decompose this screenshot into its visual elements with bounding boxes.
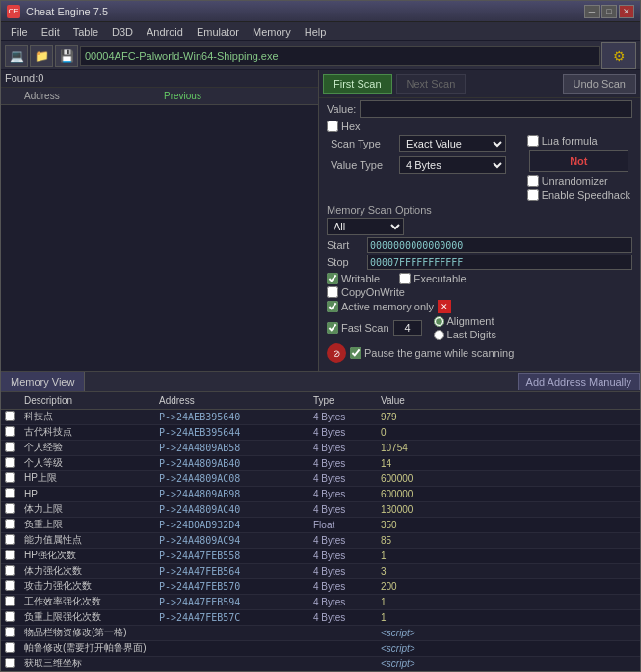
table-row[interactable]: 负重上限 P->24B0AB932D4 Float 350 [1, 518, 640, 533]
close-button[interactable]: ✕ [619, 5, 634, 18]
row-active[interactable] [3, 411, 22, 423]
table-row[interactable]: 个人经验 P->24A4809AB58 4 Bytes 10754 [1, 441, 640, 456]
value-type-select[interactable]: 4 Bytes [399, 156, 506, 174]
toolbar-save[interactable]: 💾 [55, 45, 78, 67]
fast-scan-input[interactable] [393, 320, 422, 336]
row-description: 负重上限 [22, 518, 157, 531]
last-digits-radio[interactable] [434, 330, 444, 340]
row-type: 4 Bytes [311, 489, 379, 499]
row-active[interactable] [3, 580, 22, 593]
active-memory-checkbox[interactable] [327, 301, 338, 312]
pause-checkbox[interactable] [350, 347, 361, 359]
alignment-label[interactable]: Alignment [434, 315, 496, 327]
menu-memory[interactable]: Memory [247, 25, 297, 39]
stop-label: Stop [327, 256, 365, 268]
table-row[interactable]: 获取三维坐标 <script> [1, 657, 640, 672]
row-active[interactable] [3, 426, 22, 439]
table-row[interactable]: 能力值属性点 P->24A4809AC94 4 Bytes 85 [1, 533, 640, 549]
toolbar-open-file[interactable]: 📁 [30, 45, 53, 67]
row-active[interactable] [3, 519, 22, 531]
row-value: 1 [379, 551, 456, 561]
row-active[interactable] [3, 534, 22, 547]
row-active[interactable] [3, 642, 22, 655]
row-active[interactable] [3, 488, 22, 500]
memory-view-tab[interactable]: Memory View [1, 372, 85, 391]
table-row[interactable]: HP P->24A4809AB98 4 Bytes 600000 [1, 487, 640, 502]
pause-label[interactable]: Pause the game while scanning [350, 347, 514, 359]
executable-label[interactable]: Executable [399, 273, 466, 284]
table-row[interactable]: 负重上限强化次数 P->24A47FEB57C 4 Bytes 1 [1, 610, 640, 626]
next-scan-button[interactable]: Next Scan [396, 74, 467, 94]
copy-on-write-label[interactable]: CopyOnWrite [327, 286, 405, 298]
copy-on-write-checkbox[interactable] [327, 286, 338, 298]
fast-scan-label[interactable]: Fast Scan [327, 322, 389, 334]
row-active[interactable] [3, 457, 22, 470]
speedhack-label[interactable]: Enable Speedhack [527, 189, 630, 201]
value-input[interactable] [360, 100, 632, 118]
active-memory-x-button[interactable]: ✕ [438, 300, 451, 313]
start-input[interactable] [367, 237, 632, 253]
row-active[interactable] [3, 442, 22, 454]
executable-checkbox[interactable] [399, 273, 411, 284]
stop-input[interactable] [367, 255, 632, 270]
fast-scan-checkbox[interactable] [327, 322, 338, 334]
toolbar-open-process[interactable]: 💻 [5, 45, 28, 67]
table-row[interactable]: HP强化次数 P->24A47FEB558 4 Bytes 1 [1, 549, 640, 564]
scan-type-select[interactable]: Exact Value [399, 135, 506, 152]
menu-emulator[interactable]: Emulator [191, 25, 245, 39]
speedhack-checkbox[interactable] [527, 189, 539, 201]
hex-checkbox-label[interactable]: Hex [327, 121, 361, 132]
scan-results-list[interactable] [1, 105, 318, 371]
memory-range-select[interactable]: All [327, 218, 404, 235]
hex-checkbox[interactable] [327, 121, 338, 132]
table-row[interactable]: 工作效率强化次数 P->24A47FEB594 4 Bytes 1 [1, 595, 640, 610]
row-active[interactable] [3, 658, 22, 670]
alignment-radio[interactable] [434, 316, 444, 327]
lua-formula-checkbox[interactable] [527, 135, 539, 147]
value-type-label: Value Type [331, 159, 393, 171]
row-description: 帕鲁修改(需要打开帕鲁界面) [22, 641, 157, 655]
table-row[interactable]: 物品栏物资修改(第一格) <script> [1, 626, 640, 641]
table-row[interactable]: 科技点 P->24AEB395640 4 Bytes 979 [1, 410, 640, 425]
row-active[interactable] [3, 550, 22, 562]
table-row[interactable]: 个人等级 P->24A4809AB40 4 Bytes 14 [1, 456, 640, 471]
writable-checkbox[interactable] [327, 273, 338, 284]
menu-d3d[interactable]: D3D [106, 25, 139, 39]
bottom-panel: Memory View Add Address Manually Descrip… [1, 371, 640, 672]
undo-scan-button[interactable]: Undo Scan [563, 74, 636, 94]
table-row[interactable]: 古代科技点 P->24AEB395644 4 Bytes 0 [1, 425, 640, 441]
table-row[interactable]: 攻击力强化次数 P->24A47FEB570 4 Bytes 200 [1, 579, 640, 595]
active-memory-label[interactable]: Active memory only [327, 301, 434, 312]
menu-file[interactable]: File [5, 25, 34, 39]
maximize-button[interactable]: □ [601, 5, 617, 18]
address-table-body[interactable]: 科技点 P->24AEB395640 4 Bytes 979 古代科技点 P->… [1, 410, 640, 672]
lua-formula-label[interactable]: Lua formula [527, 135, 630, 147]
row-active[interactable] [3, 627, 22, 639]
row-value: 200 [379, 581, 456, 592]
unrandomizer-label[interactable]: Unrandomizer [527, 175, 630, 187]
row-active[interactable] [3, 611, 22, 624]
table-row[interactable]: 帕鲁修改(需要打开帕鲁界面) <script> [1, 641, 640, 657]
menu-edit[interactable]: Edit [36, 25, 66, 39]
row-active[interactable] [3, 596, 22, 608]
last-digits-label[interactable]: Last Digits [434, 329, 496, 340]
menu-help[interactable]: Help [299, 25, 333, 39]
alignment-text: Alignment [447, 315, 494, 327]
value-label: Value: [327, 103, 356, 115]
unrandomizer-checkbox[interactable] [527, 175, 539, 187]
row-active[interactable] [3, 565, 22, 578]
writable-label[interactable]: Writable [327, 273, 380, 284]
lua-label: Lua formula [542, 135, 598, 147]
settings-button[interactable]: ⚙ [601, 42, 636, 69]
add-address-manually-button[interactable]: Add Address Manually [518, 373, 640, 390]
menu-table[interactable]: Table [67, 25, 104, 39]
table-row[interactable]: 体力强化次数 P->24A47FEB564 4 Bytes 3 [1, 564, 640, 579]
row-active[interactable] [3, 503, 22, 516]
row-active[interactable] [3, 472, 22, 485]
table-row[interactable]: 体力上限 P->24A4809AC40 4 Bytes 130000 [1, 502, 640, 518]
first-scan-button[interactable]: First Scan [323, 74, 392, 94]
table-row[interactable]: HP上限 P->24A4809AC08 4 Bytes 600000 [1, 471, 640, 487]
scan-type-label: Scan Type [331, 138, 393, 149]
minimize-button[interactable]: ─ [584, 5, 600, 18]
menu-android[interactable]: Android [141, 25, 189, 39]
